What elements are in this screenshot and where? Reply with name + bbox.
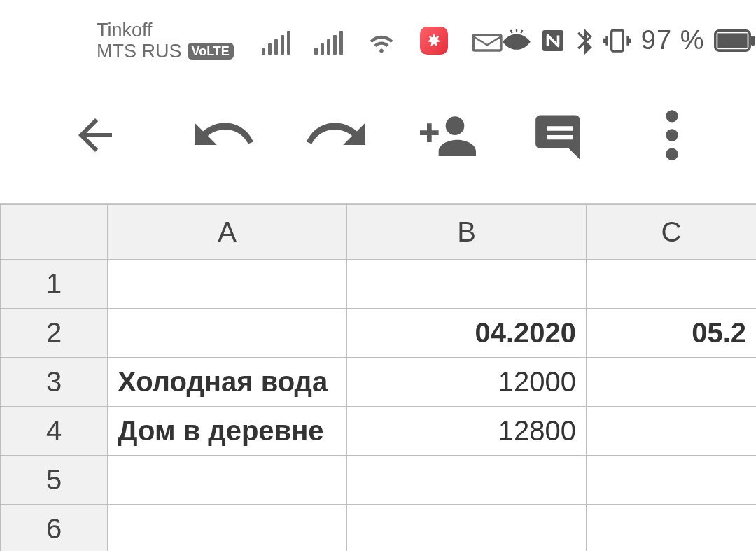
col-header-A[interactable]: A [108, 205, 347, 260]
mail-icon [472, 31, 503, 55]
svg-point-9 [666, 148, 678, 160]
status-bar: Tinkoff MTS RUS VoLTE 97 % [0, 0, 756, 67]
corner-cell[interactable] [1, 205, 108, 260]
svg-point-7 [666, 110, 678, 122]
spreadsheet[interactable]: A B C 1 2 04.2020 05.2 3 Холодная вода 1 [0, 203, 756, 551]
cell-C4[interactable] [587, 407, 757, 456]
svg-point-6 [446, 116, 465, 135]
redo-button[interactable] [280, 93, 392, 177]
comment-button[interactable] [504, 93, 616, 177]
carrier-2: MTS RUS [97, 41, 182, 62]
cell-C2[interactable]: 05.2 [587, 309, 757, 358]
carrier-1: Tinkoff [97, 20, 153, 41]
cell-A5[interactable] [108, 456, 347, 505]
status-right-icons: 97 % 13:25 [503, 23, 756, 58]
row-6: 6 [1, 505, 757, 552]
eye-icon [503, 29, 531, 53]
row-4: 4 Дом в деревне 12800 [1, 407, 757, 456]
row-3: 3 Холодная вода 12000 [1, 358, 757, 407]
cell-A3[interactable]: Холодная вода [108, 358, 347, 407]
svg-point-0 [512, 37, 521, 46]
row-header[interactable]: 6 [1, 505, 108, 552]
row-header[interactable]: 1 [1, 260, 108, 309]
cell-C3[interactable] [587, 358, 757, 407]
signal-1-icon [262, 29, 290, 55]
svg-rect-4 [718, 33, 748, 48]
signal-2-icon [314, 29, 343, 55]
row-header[interactable]: 2 [1, 309, 108, 358]
cell-C5[interactable] [587, 456, 757, 505]
cell-B3[interactable]: 12000 [347, 358, 587, 407]
row-header[interactable]: 5 [1, 456, 108, 505]
row-2: 2 04.2020 05.2 [1, 309, 757, 358]
carrier-labels: Tinkoff MTS RUS VoLTE [97, 20, 234, 62]
status-network-icons [262, 27, 503, 55]
bluetooth-icon [575, 27, 594, 55]
cell-A6[interactable] [108, 505, 347, 552]
huawei-app-icon [420, 27, 448, 55]
nfc-icon [540, 28, 566, 53]
battery-percent: 97 % [641, 25, 705, 55]
col-header-B[interactable]: B [347, 205, 587, 260]
back-button[interactable] [39, 93, 151, 177]
battery-icon [714, 29, 756, 52]
volte-badge: VoLTE [188, 43, 234, 60]
row-header[interactable]: 4 [1, 407, 108, 456]
sheet-table[interactable]: A B C 1 2 04.2020 05.2 3 Холодная вода 1 [0, 204, 756, 551]
more-button[interactable] [616, 93, 728, 177]
wifi-icon [367, 31, 396, 55]
row-1: 1 [1, 260, 757, 309]
cell-B4[interactable]: 12800 [347, 407, 587, 456]
cell-A1[interactable] [108, 260, 347, 309]
row-header[interactable]: 3 [1, 358, 108, 407]
svg-rect-2 [611, 30, 623, 51]
cell-A2[interactable] [108, 309, 347, 358]
cell-C6[interactable] [587, 505, 757, 552]
cell-A4[interactable]: Дом в деревне [108, 407, 347, 456]
col-header-C[interactable]: C [587, 205, 757, 260]
app-toolbar [0, 67, 756, 203]
svg-rect-5 [751, 35, 755, 45]
svg-point-8 [666, 129, 678, 141]
cell-C1[interactable] [587, 260, 757, 309]
cell-B6[interactable] [347, 505, 587, 552]
row-5: 5 [1, 456, 757, 505]
cell-B5[interactable] [347, 456, 587, 505]
cell-B1[interactable] [347, 260, 587, 309]
column-header-row: A B C [1, 205, 757, 260]
add-person-button[interactable] [392, 93, 504, 177]
cell-B2[interactable]: 04.2020 [347, 309, 587, 358]
vibrate-icon [603, 27, 631, 55]
undo-button[interactable] [168, 93, 280, 177]
